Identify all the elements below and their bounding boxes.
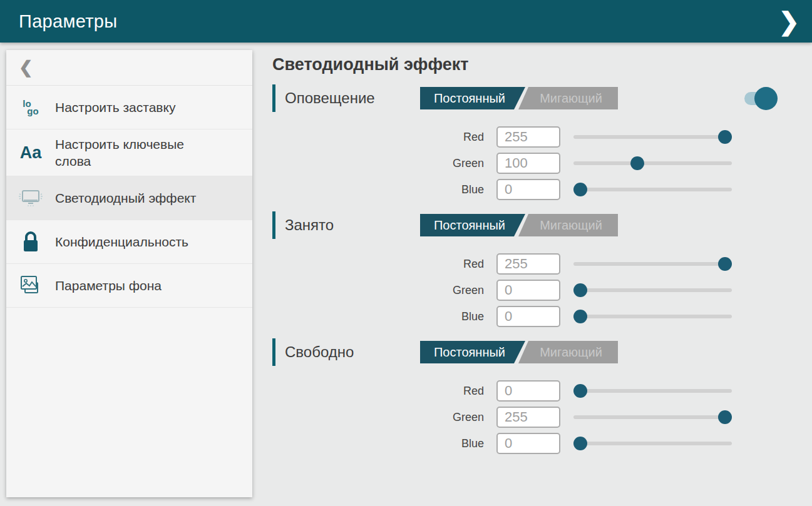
section-header: Свободно Постоянный Мигающий: [272, 338, 773, 366]
channel-slider[interactable]: [573, 283, 732, 298]
slider-rail: [573, 415, 732, 419]
content-title: Светодиодный эффект: [272, 55, 812, 74]
slider-thumb[interactable]: [573, 183, 587, 196]
channel-value-input[interactable]: [496, 179, 560, 200]
section-header: Оповещение Постоянный Мигающий: [272, 84, 773, 112]
images-icon: [6, 274, 55, 298]
channel-label: Blue: [272, 437, 496, 450]
mode-option-solid[interactable]: Постоянный: [420, 341, 525, 363]
screen-icon: [6, 188, 55, 208]
mode-option-solid[interactable]: Постоянный: [420, 87, 525, 109]
slider-thumb[interactable]: [718, 130, 732, 144]
channel-value-input[interactable]: [496, 407, 560, 428]
mode-toggle: Постоянный Мигающий: [420, 341, 618, 363]
sidebar-item-splash-screen[interactable]: logo Настроить заставку: [6, 86, 252, 129]
page-title: Параметры: [19, 11, 117, 32]
slider-thumb[interactable]: [573, 310, 587, 323]
slider-rail: [573, 188, 732, 191]
channel-label: Green: [272, 411, 496, 424]
channel-slider[interactable]: [573, 410, 732, 425]
sidebar-item-label: Параметры фона: [55, 277, 162, 294]
channel-slider[interactable]: [573, 436, 732, 451]
channel-value-input[interactable]: [496, 433, 560, 454]
section-header: Занято Постоянный Мигающий: [272, 211, 773, 239]
rgb-row: Red: [272, 380, 773, 402]
mode-option-blinking[interactable]: Мигающий: [515, 214, 618, 236]
slider-thumb[interactable]: [630, 156, 644, 170]
sidebar-item-keywords[interactable]: Aa Настроить ключевые слова: [6, 129, 252, 176]
channel-slider[interactable]: [573, 309, 732, 324]
slider-rail: [573, 442, 732, 445]
mode-option-blinking[interactable]: Мигающий: [515, 341, 618, 363]
channel-label: Blue: [272, 310, 496, 323]
rgb-row: Red: [272, 253, 773, 275]
rgb-rows: Red Green Blue: [272, 253, 773, 327]
channel-slider[interactable]: [573, 156, 732, 171]
sidebar-item-label: Настроить ключевые слова: [55, 136, 208, 170]
sidebar-item-label: Настроить заставку: [55, 99, 175, 116]
slider-thumb[interactable]: [573, 437, 587, 450]
sidebar: ❮ logo Настроить заставку Aa Настроить к…: [6, 50, 252, 497]
rgb-row: Green: [272, 153, 773, 174]
slider-thumb[interactable]: [573, 283, 587, 297]
channel-label: Blue: [272, 183, 496, 196]
section-accent-bar: [272, 338, 275, 366]
channel-value-input[interactable]: [496, 126, 560, 148]
channel-slider[interactable]: [573, 129, 732, 144]
section-title: Занято: [285, 216, 420, 234]
slider-rail: [573, 262, 732, 266]
channel-value-input[interactable]: [496, 253, 560, 275]
rgb-rows: Red Green Blue: [272, 126, 773, 200]
led-enable-switch[interactable]: [744, 87, 773, 109]
channel-label: Green: [272, 284, 496, 297]
slider-thumb[interactable]: [718, 257, 732, 271]
channel-label: Green: [272, 157, 496, 170]
sidebar-item-label: Конфиденциальность: [55, 233, 188, 250]
led-section: Свободно Постоянный Мигающий Red Green B…: [272, 338, 773, 454]
layout: ❮ logo Настроить заставку Aa Настроить к…: [0, 43, 812, 506]
channel-value-input[interactable]: [496, 153, 560, 174]
channel-label: Red: [272, 258, 496, 271]
rgb-row: Green: [272, 407, 773, 428]
main-content: Светодиодный эффект Оповещение Постоянны…: [252, 43, 812, 506]
section-title: Свободно: [285, 343, 420, 361]
rgb-row: Blue: [272, 179, 773, 200]
switch-knob: [754, 87, 778, 110]
chevron-right-icon[interactable]: ❯: [778, 9, 799, 34]
section-title: Оповещение: [285, 89, 420, 107]
mode-option-blinking[interactable]: Мигающий: [515, 87, 618, 109]
channel-value-input[interactable]: [496, 380, 560, 402]
sidebar-item-background[interactable]: Параметры фона: [6, 264, 252, 308]
mode-toggle: Постоянный Мигающий: [420, 87, 618, 109]
channel-value-input[interactable]: [496, 306, 560, 327]
logo-icon: logo: [6, 100, 55, 115]
aa-text-icon: Aa: [6, 143, 55, 163]
section-accent-bar: [272, 211, 275, 239]
channel-label: Red: [272, 385, 496, 398]
slider-rail: [573, 389, 732, 393]
channel-slider[interactable]: [573, 383, 732, 398]
slider-rail: [573, 315, 732, 318]
slider-thumb[interactable]: [718, 410, 732, 424]
channel-value-input[interactable]: [496, 280, 560, 301]
channel-label: Red: [272, 131, 496, 144]
section-accent-bar: [272, 84, 275, 112]
chevron-left-icon: ❮: [19, 58, 33, 78]
slider-thumb[interactable]: [573, 384, 587, 398]
mode-toggle: Постоянный Мигающий: [420, 214, 618, 236]
sidebar-item-privacy[interactable]: Конфиденциальность: [6, 220, 252, 264]
sidebar-item-led-effect[interactable]: Светодиодный эффект: [6, 176, 252, 220]
slider-rail: [573, 288, 732, 292]
mode-option-solid[interactable]: Постоянный: [420, 214, 525, 236]
lock-icon: [6, 231, 55, 253]
channel-slider[interactable]: [573, 182, 732, 197]
rgb-row: Blue: [272, 306, 773, 327]
sidebar-back-button[interactable]: ❮: [6, 50, 252, 86]
rgb-row: Green: [272, 280, 773, 301]
rgb-rows: Red Green Blue: [272, 380, 773, 454]
led-section: Оповещение Постоянный Мигающий Red Green: [272, 84, 773, 200]
sidebar-item-label: Светодиодный эффект: [55, 190, 196, 206]
slider-rail: [573, 161, 732, 165]
channel-slider[interactable]: [573, 256, 732, 271]
led-section: Занято Постоянный Мигающий Red Green Blu…: [272, 211, 773, 327]
